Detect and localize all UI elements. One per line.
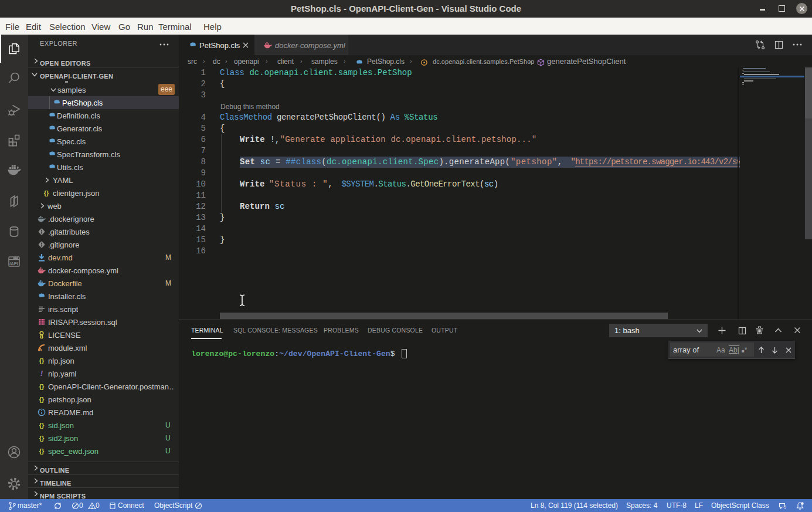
- svg-text:/API: /API: [9, 261, 18, 266]
